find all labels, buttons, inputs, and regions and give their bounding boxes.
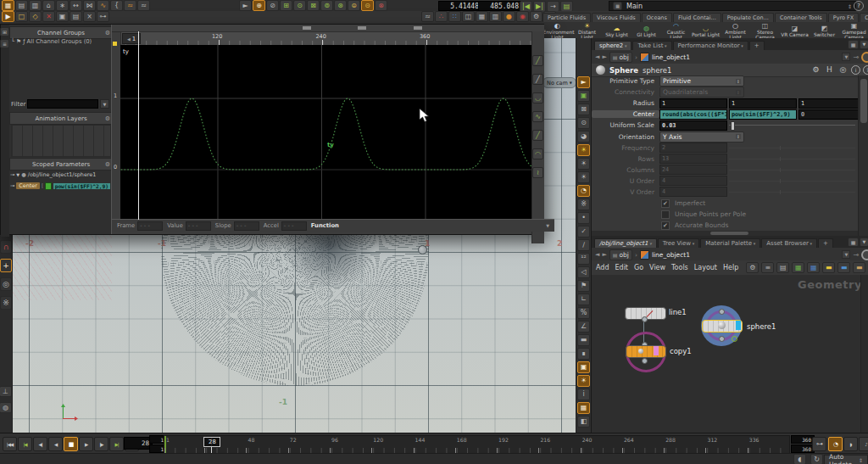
ae-ease-icon[interactable]: ◡ xyxy=(532,92,543,103)
forward-button[interactable]: ► xyxy=(602,53,606,60)
gear-icon[interactable]: ⚙ xyxy=(530,11,542,22)
context-chip[interactable]: ▤ obj xyxy=(609,52,632,63)
scoped-node-row[interactable]: ⊸ ▼ ● /obj/line_object1/sphere1 xyxy=(10,170,110,180)
delete-icon[interactable]: × xyxy=(83,11,96,22)
shading-mode-icon[interactable]: ◕ xyxy=(577,131,590,143)
param-checkbox-imperfect[interactable]: ✔ xyxy=(661,199,670,208)
shelf-caustic-light[interactable]: ◠Caustic Light xyxy=(661,23,691,40)
help[interactable]: Help xyxy=(723,264,738,271)
key-icon[interactable]: ⊶ xyxy=(97,11,109,22)
chevron-down-icon[interactable]: ▼ xyxy=(860,40,868,49)
measure-icon[interactable]: ∠ xyxy=(577,321,590,333)
world-space-icon[interactable]: ◍ xyxy=(0,402,12,413)
pane-layout-icon[interactable]: ▦ xyxy=(2,0,14,11)
chevron-down-icon[interactable]: ▼ xyxy=(546,223,549,228)
forward-button[interactable]: ► xyxy=(602,251,606,258)
cut-icon[interactable]: ✕ xyxy=(42,11,55,22)
brace-pin-icon[interactable]: { xyxy=(110,0,123,11)
pose-tool-icon[interactable]: ► xyxy=(239,0,252,11)
param-menu-orientation[interactable]: Y Axis⇕ xyxy=(659,131,744,143)
normal-lights-icon[interactable]: ☀ xyxy=(577,158,590,170)
realtime-toggle-icon[interactable]: ◔ xyxy=(828,437,843,451)
set-key-button[interactable]: ⊶ xyxy=(812,437,826,451)
gear-icon[interactable]: ⚙ xyxy=(105,30,110,36)
gear-icon[interactable]: ⚙ xyxy=(105,161,110,168)
lock-camera-icon[interactable]: ⊠ xyxy=(577,103,590,115)
pane-menu-icon[interactable]: ▦ xyxy=(848,40,859,49)
animation-layers-table[interactable] xyxy=(11,125,111,157)
ae-wave-icon[interactable]: ≀ xyxy=(532,167,543,178)
oceans[interactable]: Oceans xyxy=(642,13,672,22)
range-end-field[interactable]: 360 xyxy=(791,435,815,444)
-[interactable]: + xyxy=(749,41,765,50)
shelf-gamepad-camera[interactable]: ▣Gamepad Camera xyxy=(839,23,868,40)
ae-list-icon[interactable]: ≡ xyxy=(0,39,9,48)
keyed-channel-swatch[interactable] xyxy=(45,182,51,190)
input-connector[interactable] xyxy=(719,309,725,315)
node-label-sphere1[interactable]: sphere1 xyxy=(747,322,776,331)
param-field-radius-2[interactable]: 1 xyxy=(798,98,866,109)
view-pin-icon[interactable]: ⊙ xyxy=(577,117,590,129)
current-node-name[interactable]: line_object1 xyxy=(652,53,690,61)
layout[interactable]: Layout xyxy=(694,264,717,271)
pane-grab-icon[interactable]: ※ xyxy=(577,198,590,210)
param-slider-uniform-scale[interactable] xyxy=(729,121,855,129)
param-menu-connectivity[interactable]: Quadrilaterals⇕ xyxy=(659,87,744,98)
layout-a-icon[interactable]: ▦ xyxy=(476,11,488,22)
shelf-ambient-light[interactable]: ○Ambient Light xyxy=(721,23,750,40)
snap-magnet-icon[interactable]: ∩ xyxy=(0,240,12,254)
path-dropdown[interactable]: ▼ xyxy=(842,53,850,61)
playback-end-field[interactable]: 360 xyxy=(791,444,815,453)
scroll-handle[interactable] xyxy=(414,26,422,30)
ratio-icon[interactable]: % xyxy=(577,307,590,319)
sheet-icon[interactable]: ▤ xyxy=(776,262,789,273)
quickmark-icon[interactable]: ▬ xyxy=(837,262,850,273)
flag-markers-icon[interactable]: ⚑ xyxy=(577,280,590,292)
select-arrow-icon[interactable]: ▶ xyxy=(2,11,14,22)
translate-handle-icon[interactable]: ⊞ xyxy=(280,0,292,11)
filter-dropdown[interactable]: ▼ xyxy=(100,99,109,109)
channel-gutter-label[interactable]: ty xyxy=(123,48,129,55)
param-field-radius-0[interactable]: 1 xyxy=(659,98,727,109)
tools[interactable]: Tools xyxy=(671,264,688,271)
box-select-icon[interactable]: □ xyxy=(15,11,28,22)
vertex-markers-icon[interactable]: ✓ xyxy=(577,226,590,238)
hand-tool-icon[interactable]: ※ xyxy=(0,296,12,310)
scale-handle-icon[interactable]: ⊠ xyxy=(307,0,320,11)
info-icon[interactable]: i xyxy=(577,389,590,400)
rotate-handle-icon[interactable]: ⊙ xyxy=(293,0,306,11)
help-icon[interactable]: ? xyxy=(863,65,868,75)
output-connector[interactable] xyxy=(642,358,648,364)
param-label-uniform-scale[interactable]: Uniform Scale xyxy=(592,121,659,129)
wave-orange-icon[interactable]: ≈ xyxy=(124,0,136,11)
network-vscrollbar[interactable] xyxy=(860,275,868,433)
param-menu-primitive-type[interactable]: Primitive⇕ xyxy=(659,75,744,87)
link-ring-icon[interactable] xyxy=(861,52,868,63)
node-label-copy1[interactable]: copy1 xyxy=(670,347,692,355)
performance-monitor[interactable]: Performance Monitor xyxy=(673,41,748,50)
peak-handle-icon[interactable]: ⊜ xyxy=(348,0,360,11)
material-palette[interactable]: Material Palette xyxy=(700,238,760,248)
view[interactable]: View xyxy=(649,264,665,271)
display-flag-ring[interactable] xyxy=(732,336,737,342)
normals-markers-icon[interactable]: ∕ xyxy=(577,239,590,251)
shelf-sky-light[interactable]: ☁Sky Light xyxy=(602,25,632,37)
param-label-rows[interactable]: Rows xyxy=(592,155,659,163)
motion-graph-icon[interactable]: ∿ xyxy=(97,0,109,11)
current-node-name[interactable]: line_object1 xyxy=(652,251,690,259)
path-dropdown[interactable]: ▼ xyxy=(842,250,850,259)
channel-graph[interactable] xyxy=(120,45,532,220)
play-button[interactable]: ▶ xyxy=(79,437,93,451)
next-key-button[interactable]: ▶| xyxy=(109,437,124,451)
-[interactable]: + xyxy=(818,238,833,248)
ae-draw-keys-icon[interactable]: ╱ xyxy=(532,55,543,66)
search-icon[interactable]: ◎ xyxy=(837,65,849,75)
recook-icon[interactable]: ↻ xyxy=(810,454,823,464)
cloth[interactable]: Cloth xyxy=(860,13,868,22)
info-icon[interactable]: i xyxy=(851,65,860,75)
shelf-environment-light[interactable]: ◐Environment Light xyxy=(542,23,572,40)
param-field-center-1[interactable]: pow(sin($FF)^2,9) xyxy=(729,109,797,120)
grid-points-icon[interactable]: ∷ xyxy=(448,11,461,22)
context-chip[interactable]: ▤ obj xyxy=(609,249,632,260)
ae-box-keys-icon[interactable]: ╱ xyxy=(532,74,543,85)
